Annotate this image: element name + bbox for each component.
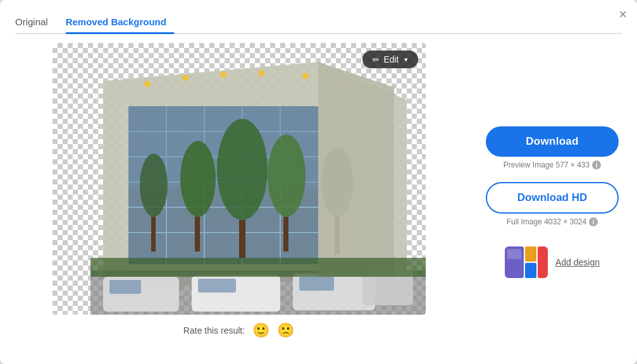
download-hd-button[interactable]: Download HD	[486, 182, 619, 214]
svg-rect-27	[109, 280, 141, 294]
svg-rect-41	[525, 263, 536, 278]
thumbs-up-button[interactable]: 🙂	[252, 322, 269, 339]
download-button[interactable]: Download	[486, 126, 619, 157]
tabs-bar: Original Removed Background	[15, 13, 622, 34]
svg-rect-15	[283, 217, 288, 252]
close-button[interactable]: ×	[619, 8, 627, 21]
tab-removed-background[interactable]: Removed Background	[66, 13, 174, 34]
svg-point-32	[220, 71, 226, 78]
add-design-button[interactable]: Add design	[555, 257, 600, 267]
image-section: ✏ Edit ▾ Rate this result: 🙂 🙁	[15, 43, 462, 349]
full-info: Full Image 4032 × 3024 i	[507, 217, 598, 226]
design-thumbnail	[505, 246, 548, 278]
svg-rect-37	[90, 258, 426, 277]
svg-rect-21	[151, 217, 156, 252]
svg-point-14	[268, 135, 306, 217]
tab-original[interactable]: Original	[15, 13, 56, 34]
chevron-icon: ▾	[404, 56, 408, 64]
rate-row: Rate this result: 🙂 🙁	[183, 322, 294, 339]
preview-info: Preview Image 577 × 433 i	[504, 161, 601, 169]
modal: × Original Removed Background	[0, 0, 637, 364]
svg-point-33	[258, 70, 264, 76]
thumbs-down-button[interactable]: 🙁	[277, 322, 294, 339]
svg-point-16	[180, 141, 216, 217]
svg-point-31	[182, 75, 189, 81]
svg-point-30	[144, 81, 151, 87]
preview-info-icon[interactable]: i	[592, 161, 601, 169]
svg-marker-36	[318, 62, 394, 277]
svg-rect-39	[525, 246, 536, 262]
pencil-icon: ✏	[373, 55, 380, 64]
svg-rect-29	[299, 277, 334, 291]
svg-point-20	[140, 154, 168, 217]
svg-rect-17	[195, 217, 200, 252]
content-row: ✏ Edit ▾ Rate this result: 🙂 🙁 Download …	[15, 43, 622, 349]
svg-rect-42	[507, 249, 521, 259]
svg-point-34	[302, 73, 309, 79]
edit-button[interactable]: ✏ Edit ▾	[362, 51, 417, 68]
actions-section: Download Preview Image 577 × 433 i Downl…	[483, 43, 622, 349]
svg-rect-13	[239, 220, 245, 258]
rate-label: Rate this result:	[183, 325, 245, 336]
svg-rect-28	[198, 279, 236, 293]
svg-rect-40	[538, 246, 548, 278]
full-info-icon[interactable]: i	[589, 217, 598, 226]
preview-image	[53, 43, 426, 315]
svg-point-12	[217, 119, 268, 220]
image-wrapper: ✏ Edit ▾	[53, 43, 426, 315]
add-design-row: Add design	[505, 246, 600, 278]
edit-label: Edit	[383, 54, 399, 64]
